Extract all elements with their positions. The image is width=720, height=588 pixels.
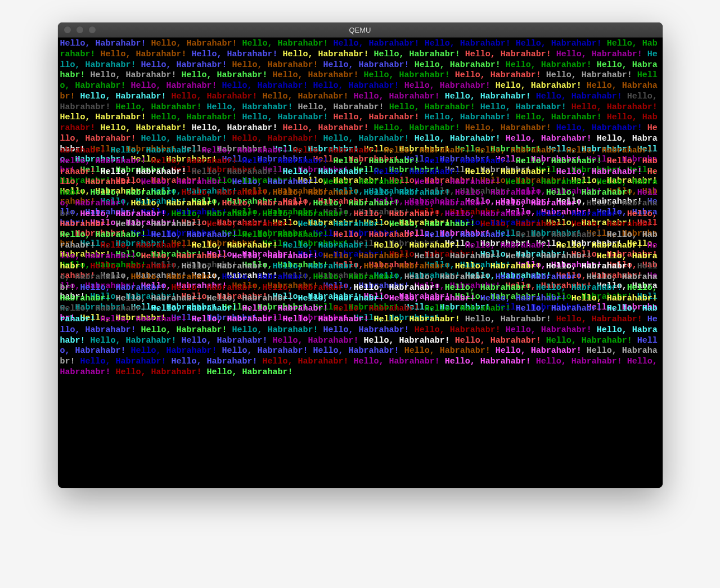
text-segment: Hello, Habrahabr! bbox=[283, 167, 374, 177]
text-segment: Hello, Habrahabr! bbox=[404, 81, 496, 91]
text-segment: Hello, Habrahabr! bbox=[242, 39, 334, 48]
text-segment: Hello, Habrahabr! bbox=[389, 219, 480, 229]
text-segment: Hello, Habrahabr! bbox=[415, 325, 506, 335]
text-segment: Hello, Habrahabr! bbox=[334, 304, 425, 313]
text-segment: Hello, Habrahabr! bbox=[475, 146, 566, 155]
text-segment: Hello, Habrahabr! bbox=[182, 70, 273, 80]
text-segment: Hello, Habrahabr! bbox=[131, 272, 222, 282]
text-segment: Hello, Habrahabr! bbox=[334, 230, 425, 240]
text-segment: Hello, Habrahabr! bbox=[273, 188, 364, 198]
text-segment: Hello, Habrahabr! bbox=[80, 283, 172, 293]
text-segment: Hello, Habrahabr! bbox=[374, 241, 465, 250]
text-segment: Hello, Habrahabr! bbox=[384, 146, 475, 155]
text-segment: Hello, Habrahabr! bbox=[536, 357, 627, 366]
text-segment: Hello, Habrahabr! bbox=[182, 188, 273, 198]
text-segment: Hello, Habrahabr! bbox=[536, 92, 627, 101]
traffic-lights bbox=[58, 26, 96, 34]
text-segment: Hello, Habrahabr! bbox=[516, 113, 607, 122]
text-segment: Hello, Habrahabr! bbox=[364, 188, 455, 198]
zoom-icon[interactable] bbox=[88, 26, 96, 34]
text-segment: Hello, Habrahabr! bbox=[151, 304, 242, 313]
text-segment: Hello, Habrahabr! bbox=[141, 134, 232, 143]
text-segment: Hello, Habrahabr! bbox=[91, 188, 182, 198]
text-segment: Hello, Habrahabr! bbox=[192, 123, 283, 133]
text-segment: Hello, Habrahabr! bbox=[415, 134, 506, 143]
text-segment: Hello, Habrahabr! bbox=[91, 262, 182, 271]
text-segment: Hello, Habrahabr! bbox=[556, 123, 647, 133]
text-segment: Hello, Habrahabr! bbox=[141, 177, 232, 187]
text-segment: Hello, Habrahabr! bbox=[323, 325, 415, 335]
text-segment: Hello, Habrahabr! bbox=[116, 219, 207, 229]
text-segment: Hello, Habrahabr! bbox=[293, 146, 384, 155]
text-segment: Hello, Habrahabr! bbox=[506, 60, 597, 70]
text-segment: Hello, Habrahabr! bbox=[151, 156, 242, 166]
text-segment: Hello, Habrahabr! bbox=[323, 134, 415, 143]
text-segment: Hello, Habrahabr! bbox=[313, 272, 404, 282]
text-segment: Hello, Habrahabr! bbox=[242, 230, 334, 240]
text-segment: Hello, Habrahabr! bbox=[172, 283, 263, 293]
text-segment: Hello, Habrahabr! bbox=[465, 167, 556, 177]
text-segment: Hello, Habrahabr! bbox=[572, 219, 663, 229]
text-segment: Hello, Habrahabr! bbox=[425, 113, 516, 122]
text-segment: Hello, Habrahabr! bbox=[496, 272, 587, 282]
text-segment: Hello, Habrahabr! bbox=[60, 39, 151, 48]
text-segment: Hello, Habrahabr! bbox=[323, 60, 415, 70]
text-segment: Hello, Habrahabr! bbox=[480, 102, 572, 112]
text-segment: Hello, Habrahabr! bbox=[283, 50, 374, 59]
text-segment: Hello, Habrahabr! bbox=[480, 219, 572, 229]
text-segment: Hello, Habrahabr! bbox=[172, 92, 263, 101]
text-segment: Hello, Habrahabr! bbox=[131, 81, 222, 91]
text-segment: Hello, Habrahabr! bbox=[556, 50, 647, 59]
text-layer-front: abrahabr! Hello, Habrahabr! Hello, Habra… bbox=[60, 146, 660, 378]
text-segment: Hello, Habrahabr! bbox=[546, 70, 637, 80]
text-segment: Hello, Habrahabr! bbox=[91, 336, 182, 345]
text-segment: Hello, Habrahabr! bbox=[323, 252, 415, 261]
text-segment: Hello, Habrahabr! bbox=[207, 294, 298, 303]
text-segment: Hello, Habrahabr! bbox=[207, 367, 298, 377]
text-segment: Hello, Habrahabr! bbox=[60, 304, 151, 313]
minimize-icon[interactable] bbox=[76, 26, 84, 34]
text-segment: Hello, Habrahabr! bbox=[445, 209, 536, 219]
text-segment: Hello, Habrahabr! bbox=[263, 283, 354, 293]
text-segment: Hello, Habrahabr! bbox=[374, 50, 465, 59]
text-segment: Hello, Habrahabr! bbox=[364, 336, 455, 345]
close-icon[interactable] bbox=[64, 26, 71, 34]
text-segment: Hello, Habrahabr! bbox=[283, 241, 374, 250]
text-segment: Hello, Habrahabr! bbox=[445, 92, 536, 101]
text-segment: Hello, Habrahabr! bbox=[232, 325, 323, 335]
text-segment: Hello, Habrahabr! bbox=[313, 346, 404, 356]
text-segment: Hello, Habrahabr! bbox=[283, 315, 374, 324]
text-segment: Hello, Habrahabr! bbox=[404, 199, 496, 208]
text-segment: Hello, Habrahabr! bbox=[60, 156, 151, 166]
text-segment: Hello, Habrahabr! bbox=[323, 177, 415, 187]
text-segment: Hello, Habrahabr! bbox=[389, 102, 480, 112]
text-segment: Hello, Habrahabr! bbox=[273, 262, 364, 271]
text-segment: Hello, Habrahabr! bbox=[60, 113, 151, 122]
text-segment: Hello, Habrahabr! bbox=[182, 262, 273, 271]
text-segment: Hello, Habrahabr! bbox=[556, 241, 647, 250]
text-segment: Hello, Habrahabr! bbox=[566, 146, 658, 155]
text-segment: Hello, Habrahabr! bbox=[192, 50, 283, 59]
text-segment: Hello, Habrahabr! bbox=[496, 346, 587, 356]
text-segment: Hello, Habrahabr! bbox=[192, 241, 283, 250]
text-segment: Hello, Habrahabr! bbox=[242, 113, 334, 122]
text-segment: Hello, Habrahabr! bbox=[151, 113, 242, 122]
text-segment: Hello, Habrahabr! bbox=[172, 209, 263, 219]
titlebar[interactable]: QEMU bbox=[58, 23, 663, 38]
window-title: QEMU bbox=[58, 26, 663, 34]
text-segment: Hello, Habrahabr! bbox=[151, 230, 242, 240]
text-segment: Hello, Habrahabr! bbox=[334, 39, 425, 48]
text-segment: Hello, Habrahabr! bbox=[415, 252, 506, 261]
text-segment: Hello, Habrahabr! bbox=[298, 102, 389, 112]
text-segment: Hello, Habrahabr! bbox=[364, 262, 455, 271]
text-segment: Hello, Habrahabr! bbox=[141, 60, 232, 70]
text-segment: abrahabr! bbox=[60, 146, 111, 155]
text-segment: Hello, Habrahabr! bbox=[313, 81, 404, 91]
text-segment: Hello, Habrahabr! bbox=[273, 336, 364, 345]
text-segment: Hello, Habrahabr! bbox=[556, 315, 647, 324]
text-segment: Hello, Habrahabr! bbox=[232, 177, 323, 187]
text-segment: Hello, Habrahabr! bbox=[101, 50, 192, 59]
text-segment: Hello, Habrahabr! bbox=[546, 336, 637, 345]
text-segment: Hello, Habrahabr! bbox=[354, 209, 445, 219]
text-segment: Hello, Habrahabr! bbox=[283, 123, 374, 133]
